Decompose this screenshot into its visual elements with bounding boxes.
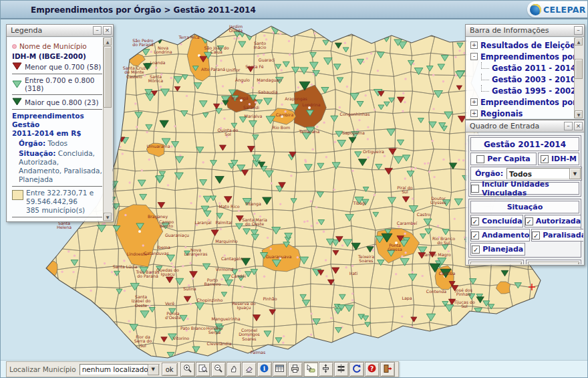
situacao-checkbox[interactable]: ✓ — [471, 231, 479, 240]
tree-expander-icon[interactable]: + — [470, 41, 478, 49]
page-title: Empreendimentos por Órgão > Gestão 2011-… — [31, 5, 256, 15]
tool-help-button[interactable]: ? — [365, 362, 380, 377]
range-text: Entre 322.730,71 e 59.546.442,96385 muni… — [26, 189, 102, 215]
situacao-option-concluída[interactable]: ✓Concluída — [470, 215, 523, 227]
scroll-up-icon[interactable]: ▲ — [575, 37, 583, 45]
tool-exit-button[interactable] — [380, 362, 395, 377]
tool-select-button[interactable] — [303, 362, 318, 377]
idhm-option[interactable]: ✓IDH-M — [538, 153, 579, 165]
tool-zoom-in-button[interactable] — [180, 362, 195, 377]
svg-text:Pitanga: Pitanga — [245, 201, 261, 207]
legend-title: Legenda — [11, 26, 92, 35]
situacao-option-andamento[interactable]: ✓Andamento — [470, 229, 530, 242]
entry-panel: Quadro de Entrada – × Gestão 2011-2014 P… — [465, 120, 585, 266]
info-scroll-thumb[interactable] — [575, 59, 583, 79]
scroll-down-icon[interactable]: ▼ — [575, 110, 583, 118]
situacao-option-planejada[interactable]: ✓Planejada — [470, 243, 525, 256]
situacao-checkbox[interactable]: ✓ — [471, 217, 479, 225]
back-button[interactable]: Voltar — [528, 262, 579, 264]
legend-title-bar[interactable]: Legenda – × — [7, 25, 113, 37]
entry-minimize-button[interactable]: – — [564, 122, 573, 130]
tool-pan-button[interactable] — [227, 362, 241, 377]
tool-measure-button[interactable] — [334, 362, 349, 377]
scroll-down-icon[interactable]: ▼ — [104, 213, 112, 221]
svg-text:CampoBonito: CampoBonito — [159, 219, 174, 228]
svg-text:Castro: Castro — [417, 212, 430, 217]
tree-expander-icon[interactable]: + — [470, 98, 478, 106]
scroll-up-icon[interactable]: ▲ — [104, 37, 112, 45]
tool-zoom-box-button[interactable] — [196, 362, 210, 377]
legend-close-button[interactable]: × — [103, 26, 112, 35]
info-scrollbar[interactable]: ▲ ▼ — [574, 37, 583, 118]
tool-zoom-out-button[interactable] — [211, 362, 226, 377]
legend-minimize-button[interactable]: – — [93, 26, 102, 35]
legend-scrollbar[interactable]: ▲ ▼ — [103, 37, 112, 221]
tree-branch-icon — [481, 85, 489, 92]
tree-item-gest-o-2003-2010[interactable]: Gestão 2003 - 2010 — [470, 74, 575, 85]
tree-item-label: Empreendimentos por Área — [480, 98, 575, 107]
map-toolbar: Localizar Município nenhum localizado ▼ … — [6, 361, 399, 377]
situacao-checkbox[interactable]: ✓ — [472, 246, 480, 254]
situacao-label: Planejada — [482, 245, 523, 254]
incluir-unidades-checkbox[interactable] — [471, 185, 479, 193]
municipality-dot-label: Nome de Município — [19, 42, 87, 50]
gestao-header: Gestão 2011-2014 — [470, 137, 579, 151]
orgao-select[interactable]: Todos ▼ — [506, 168, 581, 179]
svg-text:Mangueirinha: Mangueirinha — [211, 316, 240, 322]
per-capita-label: Per Capita — [487, 155, 531, 163]
tree-item-empreendimentos-por-rea[interactable]: +Empreendimentos por Área — [470, 96, 575, 108]
svg-text:Palmas: Palmas — [251, 350, 265, 355]
situacao-checkbox[interactable]: ✓ — [532, 231, 540, 240]
confirm-button[interactable]: Confirmar — [470, 262, 522, 264]
tool-info-button[interactable]: i — [257, 362, 272, 377]
svg-text:Virmond: Virmond — [216, 267, 233, 272]
entry-buttons-row: Confirmar Voltar — [468, 260, 581, 264]
tree-expander-icon[interactable]: + — [470, 110, 478, 117]
tree-item-resultados-de-elei-es[interactable]: +Resultados de Eleições — [470, 39, 575, 51]
svg-text:Terra Rica: Terra Rica — [178, 35, 199, 39]
tool-table-button[interactable] — [273, 362, 287, 377]
tool-fit-vertical-button[interactable] — [319, 362, 333, 377]
svg-text:Tibagi: Tibagi — [352, 201, 365, 206]
tool-print-button[interactable] — [288, 362, 303, 377]
legend-scroll-thumb[interactable] — [104, 46, 112, 108]
locate-municipality-select[interactable]: nenhum localizado ▼ — [80, 364, 160, 375]
tree-item-label: Gestão 2003 - 2010 — [492, 75, 575, 84]
tree-item-label: Empreendimentos por Órgão — [480, 52, 575, 62]
tree-item-empreendimentos-por-rg-o[interactable]: -Empreendimentos por Órgão — [470, 51, 575, 62]
locate-ok-button[interactable]: ok — [162, 363, 178, 376]
incluir-unidades-label: Incluir Unidades Vinculadas — [482, 180, 579, 197]
idhm-checkbox[interactable]: ✓ — [541, 155, 549, 163]
tree-item-gest-o-2011-2014[interactable]: Gestão 2011 - 2014 — [470, 62, 575, 74]
legend-situacao: Situação: Concluida, Autorizada, Andamen… — [19, 149, 102, 184]
orgao-label: Órgão: — [475, 169, 503, 178]
svg-text:DoutorUlysses: DoutorUlysses — [430, 196, 446, 205]
situacao-checkbox[interactable]: ✓ — [525, 217, 533, 225]
per-capita-checkbox[interactable] — [476, 155, 484, 163]
legend-range-item: Entre 322.730,71 e 59.546.442,96385 muni… — [12, 189, 102, 215]
select-dropdown-arrow-icon[interactable]: ▼ — [148, 364, 159, 375]
tool-eraser-button[interactable] — [242, 362, 257, 377]
svg-text:Lapa: Lapa — [402, 296, 412, 301]
incluir-unidades-option[interactable]: Incluir Unidades Vinculadas — [470, 182, 579, 195]
legend-panel: Legenda – × Nome de MunicípioIDH-M (IBGE… — [6, 24, 114, 222]
svg-text:Pinhão: Pinhão — [263, 296, 277, 301]
info-tree: +Resultados de Eleições-Empreendimentos … — [466, 37, 575, 118]
situacao-option-autorizada[interactable]: ✓Autorizada — [525, 215, 581, 227]
situacao-label: Paralisada — [543, 231, 583, 240]
per-capita-option[interactable]: Per Capita — [470, 153, 537, 165]
info-bar-minimize-button[interactable]: – — [574, 26, 583, 35]
entry-title-bar[interactable]: Quadro de Entrada – × — [466, 120, 584, 132]
situacao-option-paralisada[interactable]: ✓Paralisada — [531, 229, 583, 242]
tree-item-regionais[interactable]: +Regionais — [470, 108, 575, 118]
info-bar-title-bar[interactable]: Barra de Informações – — [466, 25, 584, 37]
municipality-dot-item: Nome de Município — [12, 42, 102, 50]
tree-expander-icon[interactable]: - — [470, 53, 478, 60]
tree-item-gest-o-1995-2002[interactable]: Gestão 1995 - 2002 — [470, 85, 575, 96]
idh-legend-item: Menor que 0.700 (58) — [12, 62, 102, 72]
select-dropdown-arrow-icon[interactable]: ▼ — [569, 168, 581, 179]
tool-refresh-button[interactable] — [349, 362, 364, 377]
celepar-logo: CELEPAR — [527, 1, 588, 17]
entry-close-button[interactable]: × — [574, 122, 583, 130]
svg-text:Três Barrasdo Paraná: Três Barrasdo Paraná — [136, 270, 160, 278]
